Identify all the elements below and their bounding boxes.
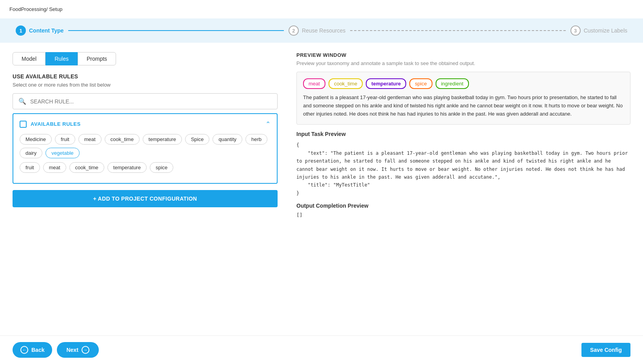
rule-tag-quantity[interactable]: quantity	[213, 134, 242, 145]
rule-tag-spice2[interactable]: spice	[150, 162, 173, 173]
rule-tag-dairy[interactable]: dairy	[20, 148, 42, 158]
rule-tag-meat2[interactable]: meat	[43, 162, 66, 173]
breadcrumb-sep: /	[46, 6, 48, 12]
tab-group: Model Rules Prompts	[13, 52, 278, 65]
step-2-label: Reuse Resources	[302, 27, 345, 34]
rules-header-left: AVAILABLE RULES	[20, 121, 81, 128]
breadcrumb-project[interactable]: FoodProcessing	[9, 6, 46, 12]
step-line-2	[350, 30, 566, 31]
chevron-up-icon[interactable]: ⌃	[265, 120, 271, 128]
rule-tag-fruit[interactable]: fruit	[55, 134, 75, 145]
rule-tag-fruit2[interactable]: fruit	[20, 162, 40, 173]
search-icon: 🔍	[18, 98, 26, 105]
preview-tag-spice[interactable]: spice	[409, 78, 432, 89]
step-line-1	[68, 30, 284, 31]
section-title: USE AVAILABLE RULES	[13, 73, 278, 80]
rules-row-1: Medicine fruit meat cook_time temperatur…	[20, 134, 271, 158]
input-task-title: Input Task Preview	[296, 131, 630, 137]
preview-sample-text: The patient is a pleasant 17-year-old ge…	[303, 94, 624, 118]
tab-rules[interactable]: Rules	[45, 52, 78, 65]
breadcrumb-page: Setup	[49, 6, 62, 12]
rule-tag-vegetable[interactable]: vegetable	[45, 148, 79, 158]
step-1-circle: 1	[16, 25, 26, 36]
rule-tag-cook-time2[interactable]: cook_time	[69, 162, 104, 173]
rules-header: AVAILABLE RULES ⌃	[20, 120, 271, 128]
rule-tag-meat[interactable]: meat	[78, 134, 102, 145]
rules-checkbox[interactable]	[20, 121, 27, 128]
search-box: 🔍	[13, 93, 278, 109]
rules-row-2: fruit meat cook_time temperature spice	[20, 162, 271, 173]
rule-tag-temperature2[interactable]: temperature	[107, 162, 147, 173]
search-input[interactable]	[30, 98, 272, 105]
preview-tags-row: meat cook_time temperature spice ingredi…	[303, 78, 624, 89]
rule-tag-temperature[interactable]: temperature	[143, 134, 182, 145]
add-to-project-button[interactable]: + ADD TO PROJECT CONFIGURATION	[13, 190, 278, 207]
step-3-label: Customize Labels	[584, 27, 627, 34]
step-1: 1 Content Type	[16, 25, 64, 36]
preview-subtitle: Preview your taxonomy and annotate a sam…	[296, 60, 630, 66]
stepper: 1 Content Type 2 Reuse Resources 3 Custo…	[0, 18, 643, 43]
step-2-circle: 2	[289, 25, 299, 36]
preview-box: meat cook_time temperature spice ingredi…	[296, 72, 630, 125]
output-completion-value: []	[296, 212, 630, 218]
output-completion-title: Output Completion Preview	[296, 203, 630, 209]
step-3: 3 Customize Labels	[570, 25, 627, 36]
preview-title: PREVIEW WINDOW	[296, 52, 630, 58]
rule-tag-spice[interactable]: Spice	[185, 134, 210, 145]
preview-tag-cook-time[interactable]: cook_time	[329, 78, 363, 89]
left-panel: Model Rules Prompts USE AVAILABLE RULES …	[13, 52, 287, 218]
preview-tag-ingredient[interactable]: ingredient	[436, 78, 469, 89]
right-panel: PREVIEW WINDOW Preview your taxonomy and…	[287, 52, 630, 218]
step-2: 2 Reuse Resources	[289, 25, 345, 36]
rule-tag-herb[interactable]: herb	[245, 134, 267, 145]
rule-tag-cook-time[interactable]: cook_time	[105, 134, 140, 145]
tab-prompts[interactable]: Prompts	[78, 52, 116, 65]
input-task-code: { "text": "The patient is a pleasant 17-…	[296, 141, 630, 197]
breadcrumb: FoodProcessing/ Setup	[0, 0, 643, 18]
tab-model[interactable]: Model	[13, 52, 45, 65]
step-3-circle: 3	[570, 25, 581, 36]
rules-container: AVAILABLE RULES ⌃ Medicine fruit meat co…	[13, 113, 278, 184]
section-subtitle: Select one or more rules from the list b…	[13, 82, 278, 88]
preview-tag-meat[interactable]: meat	[303, 78, 325, 89]
step-1-label: Content Type	[29, 27, 64, 34]
preview-tag-temperature[interactable]: temperature	[366, 78, 406, 89]
rule-tag-medicine[interactable]: Medicine	[20, 134, 52, 145]
rules-label: AVAILABLE RULES	[31, 121, 81, 127]
